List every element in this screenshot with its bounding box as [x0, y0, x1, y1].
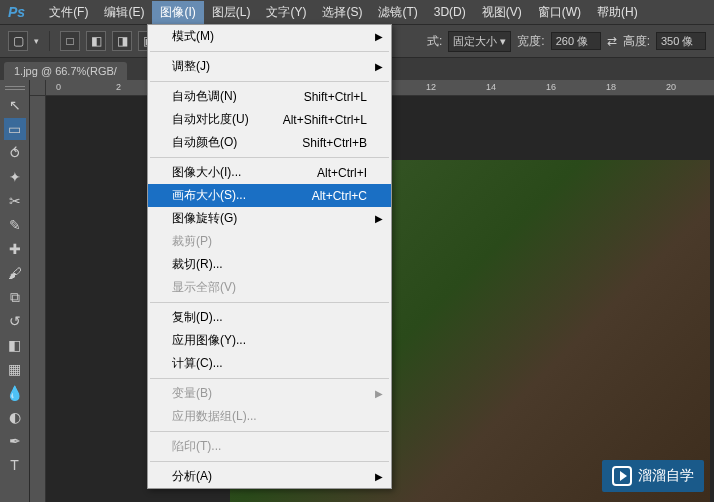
menu-image[interactable]: 图像(I)	[152, 1, 203, 24]
menu-item-label: 复制(D)...	[172, 309, 223, 326]
type-tool[interactable]: T	[4, 454, 26, 476]
style-label: 式:	[427, 33, 442, 50]
menu-separator	[150, 51, 389, 52]
menu-item-label: 自动颜色(O)	[172, 134, 237, 151]
gradient-tool[interactable]: ▦	[4, 358, 26, 380]
menu-separator	[150, 157, 389, 158]
menu-item-label: 图像旋转(G)	[172, 210, 237, 227]
menu-help[interactable]: 帮助(H)	[589, 1, 646, 24]
menu-item-label: 裁剪(P)	[172, 233, 212, 250]
chevron-down-icon[interactable]: ▾	[34, 36, 39, 46]
eraser-tool[interactable]: ◧	[4, 334, 26, 356]
selection-add-icon[interactable]: ◧	[86, 31, 106, 51]
eyedropper-tool[interactable]: ✎	[4, 214, 26, 236]
menu-item-shortcut: Shift+Ctrl+B	[302, 136, 367, 150]
menu-separator	[150, 302, 389, 303]
height-label: 高度:	[623, 33, 650, 50]
menu-item[interactable]: 应用图像(Y)...	[148, 329, 391, 352]
watermark-badge: 溜溜自学	[602, 460, 704, 492]
menu-separator	[150, 378, 389, 379]
menu-separator	[150, 431, 389, 432]
submenu-arrow-icon: ▶	[375, 388, 383, 399]
menu-item-label: 分析(A)	[172, 468, 212, 485]
watermark-text: 溜溜自学	[638, 467, 694, 485]
menu-text[interactable]: 文字(Y)	[258, 1, 314, 24]
menu-item[interactable]: 计算(C)...	[148, 352, 391, 375]
menu-edit[interactable]: 编辑(E)	[96, 1, 152, 24]
menu-item[interactable]: 复制(D)...	[148, 306, 391, 329]
lasso-tool[interactable]: ⥀	[4, 142, 26, 164]
wand-tool[interactable]: ✦	[4, 166, 26, 188]
menu-file[interactable]: 文件(F)	[41, 1, 96, 24]
dodge-tool[interactable]: ◐	[4, 406, 26, 428]
menu-item: 应用数据组(L)...	[148, 405, 391, 428]
menu-item-label: 裁切(R)...	[172, 256, 223, 273]
menu-window[interactable]: 窗口(W)	[530, 1, 589, 24]
crop-tool[interactable]: ✂	[4, 190, 26, 212]
menu-item: 显示全部(V)	[148, 276, 391, 299]
menu-item-label: 应用数据组(L)...	[172, 408, 257, 425]
menu-item-shortcut: Shift+Ctrl+L	[304, 90, 367, 104]
menu-item[interactable]: 自动颜色(O)Shift+Ctrl+B	[148, 131, 391, 154]
submenu-arrow-icon: ▶	[375, 471, 383, 482]
menu-item[interactable]: 模式(M)▶	[148, 25, 391, 48]
ps-logo: Ps	[8, 4, 25, 20]
menu-separator	[150, 461, 389, 462]
menu-item: 陷印(T)...	[148, 435, 391, 458]
menu-3d[interactable]: 3D(D)	[426, 2, 474, 22]
menu-item[interactable]: 调整(J)▶	[148, 55, 391, 78]
menu-select[interactable]: 选择(S)	[314, 1, 370, 24]
menu-item-label: 模式(M)	[172, 28, 214, 45]
menu-item-label: 陷印(T)...	[172, 438, 221, 455]
menu-item[interactable]: 图像大小(I)...Alt+Ctrl+I	[148, 161, 391, 184]
menu-filter[interactable]: 滤镜(T)	[370, 1, 425, 24]
selection-new-icon[interactable]: □	[60, 31, 80, 51]
menu-item-label: 显示全部(V)	[172, 279, 236, 296]
menu-item-label: 计算(C)...	[172, 355, 223, 372]
image-menu-dropdown: 模式(M)▶调整(J)▶自动色调(N)Shift+Ctrl+L自动对比度(U)A…	[147, 24, 392, 489]
menu-item[interactable]: 自动色调(N)Shift+Ctrl+L	[148, 85, 391, 108]
pen-tool[interactable]: ✒	[4, 430, 26, 452]
menu-item: 裁剪(P)	[148, 230, 391, 253]
menu-separator	[150, 81, 389, 82]
menu-view[interactable]: 视图(V)	[474, 1, 530, 24]
menu-item-label: 图像大小(I)...	[172, 164, 241, 181]
menu-item: 变量(B)▶	[148, 382, 391, 405]
marquee-tool-indicator-icon[interactable]: ▢	[8, 31, 28, 51]
menu-item-label: 画布大小(S)...	[172, 187, 246, 204]
menu-item[interactable]: 图像旋转(G)▶	[148, 207, 391, 230]
marquee-tool[interactable]: ▭	[4, 118, 26, 140]
menu-item-label: 变量(B)	[172, 385, 212, 402]
menu-item[interactable]: 画布大小(S)...Alt+Ctrl+C	[148, 184, 391, 207]
menu-layer[interactable]: 图层(L)	[204, 1, 259, 24]
menu-item[interactable]: 自动对比度(U)Alt+Shift+Ctrl+L	[148, 108, 391, 131]
play-icon	[612, 466, 632, 486]
menu-item-label: 应用图像(Y)...	[172, 332, 246, 349]
style-select[interactable]: 固定大小 ▾	[448, 31, 511, 52]
document-tab[interactable]: 1.jpg @ 66.7%(RGB/	[4, 62, 127, 80]
move-tool[interactable]: ↖	[4, 94, 26, 116]
submenu-arrow-icon: ▶	[375, 213, 383, 224]
tool-palette: ↖ ▭ ⥀ ✦ ✂ ✎ ✚ 🖌 ⧉ ↺ ◧ ▦ 💧 ◐ ✒ T	[0, 80, 30, 502]
ruler-corner	[30, 80, 46, 96]
menu-item-shortcut: Alt+Ctrl+I	[317, 166, 367, 180]
healing-tool[interactable]: ✚	[4, 238, 26, 260]
height-input[interactable]	[656, 32, 706, 50]
brush-tool[interactable]: 🖌	[4, 262, 26, 284]
blur-tool[interactable]: 💧	[4, 382, 26, 404]
submenu-arrow-icon: ▶	[375, 31, 383, 42]
menu-item[interactable]: 分析(A)▶	[148, 465, 391, 488]
submenu-arrow-icon: ▶	[375, 61, 383, 72]
history-brush-tool[interactable]: ↺	[4, 310, 26, 332]
menu-item[interactable]: 裁切(R)...	[148, 253, 391, 276]
width-label: 宽度:	[517, 33, 544, 50]
swap-icon[interactable]: ⇄	[607, 34, 617, 48]
stamp-tool[interactable]: ⧉	[4, 286, 26, 308]
selection-subtract-icon[interactable]: ◨	[112, 31, 132, 51]
menubar: Ps 文件(F) 编辑(E) 图像(I) 图层(L) 文字(Y) 选择(S) 滤…	[0, 0, 714, 24]
menu-item-label: 自动对比度(U)	[172, 111, 249, 128]
palette-grip-icon[interactable]	[5, 84, 25, 92]
ruler-vertical	[30, 96, 46, 502]
width-input[interactable]	[551, 32, 601, 50]
menu-item-shortcut: Alt+Ctrl+C	[312, 189, 367, 203]
